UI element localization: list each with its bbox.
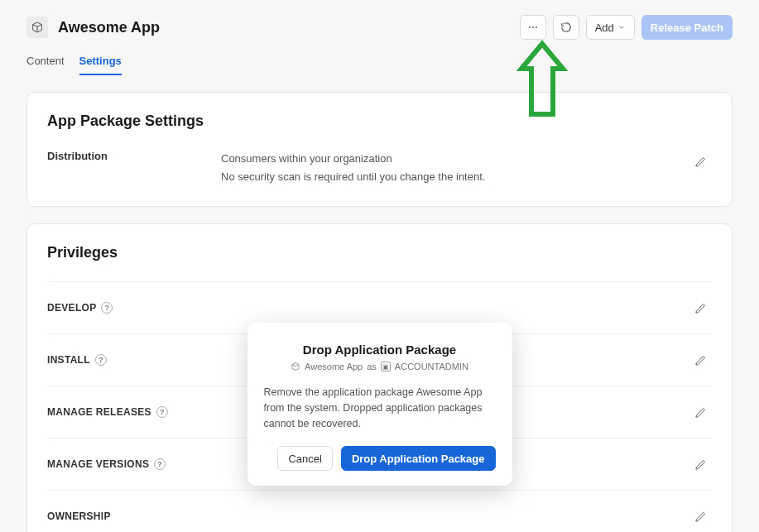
edit-privilege-button[interactable] xyxy=(689,348,712,371)
add-button-label: Add xyxy=(595,22,614,34)
privilege-row-ownership: OWNERSHIP xyxy=(47,490,712,532)
tabs: Content Settings xyxy=(0,48,759,75)
chevron-down-icon xyxy=(617,23,626,31)
edit-distribution-button[interactable] xyxy=(689,150,712,173)
modal-title: Drop Application Package xyxy=(264,343,496,357)
modal-body: Remove the application package Awesome A… xyxy=(264,385,496,431)
pencil-icon xyxy=(694,406,707,419)
role-icon: ▣ xyxy=(381,362,391,371)
modal-app-name: Awesome App xyxy=(305,362,363,371)
refresh-icon xyxy=(560,22,572,33)
distribution-label: Distribution xyxy=(47,150,221,162)
info-icon[interactable]: ? xyxy=(95,354,107,366)
privilege-label: DEVELOP ? xyxy=(47,302,689,314)
distribution-line1: Consumers within your organization xyxy=(221,150,689,168)
pencil-icon xyxy=(694,302,707,314)
modal-subtitle: Awesome App as ▣ ACCOUNTADMIN xyxy=(264,362,496,371)
page-header: Awesome App Add Release Patch xyxy=(0,0,759,48)
page-title: Awesome App xyxy=(58,19,160,36)
app-package-icon xyxy=(26,17,48,38)
modal-actions: Cancel Drop Application Package xyxy=(264,446,496,471)
info-icon[interactable]: ? xyxy=(156,406,168,418)
pencil-icon xyxy=(694,458,707,471)
app-package-settings-card: App Package Settings Distribution Consum… xyxy=(26,92,733,207)
header-left: Awesome App xyxy=(26,17,160,38)
edit-privilege-button[interactable] xyxy=(689,505,712,528)
svg-point-0 xyxy=(529,26,531,28)
cancel-button[interactable]: Cancel xyxy=(277,446,332,471)
settings-title: App Package Settings xyxy=(47,113,712,130)
pencil-icon xyxy=(694,510,707,523)
more-menu-button[interactable] xyxy=(520,15,546,40)
confirm-drop-button[interactable]: Drop Application Package xyxy=(341,446,496,471)
add-button[interactable]: Add xyxy=(586,15,635,40)
privileges-title: Privileges xyxy=(47,244,712,261)
info-icon[interactable]: ? xyxy=(101,302,113,314)
distribution-row: Distribution Consumers within your organ… xyxy=(47,150,712,186)
svg-point-1 xyxy=(532,26,534,28)
info-icon[interactable]: ? xyxy=(154,458,166,470)
modal-role: ACCOUNTADMIN xyxy=(395,362,468,371)
distribution-line2: No security scan is required until you c… xyxy=(221,168,689,186)
drop-package-modal: Drop Application Package Awesome App as … xyxy=(247,323,512,486)
pencil-icon xyxy=(694,354,707,367)
release-patch-label: Release Patch xyxy=(651,22,723,34)
svg-point-2 xyxy=(536,26,537,28)
edit-privilege-button[interactable] xyxy=(689,296,712,319)
refresh-button[interactable] xyxy=(553,15,579,40)
app-package-icon xyxy=(291,362,300,371)
edit-privilege-button[interactable] xyxy=(689,400,712,424)
tab-settings[interactable]: Settings xyxy=(79,48,122,75)
ellipsis-icon xyxy=(527,22,539,33)
release-patch-button[interactable]: Release Patch xyxy=(641,15,733,40)
distribution-value: Consumers within your organization No se… xyxy=(221,150,689,186)
edit-privilege-button[interactable] xyxy=(689,453,712,476)
tab-content[interactable]: Content xyxy=(26,48,65,75)
privilege-label: OWNERSHIP xyxy=(47,510,689,522)
header-actions: Add Release Patch xyxy=(520,15,733,40)
pencil-icon xyxy=(694,156,707,168)
modal-as: as xyxy=(367,362,377,371)
